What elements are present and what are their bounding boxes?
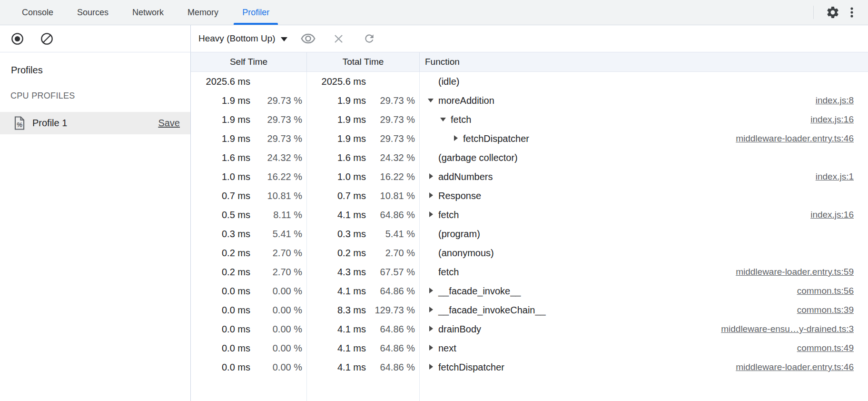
table-row[interactable]: 0.0 ms 0.00 % 4.1 ms 64.86 % fetchDispat… <box>191 358 868 377</box>
tab-network[interactable]: Network <box>120 0 176 25</box>
total-time-ms: 4.1 ms <box>307 286 366 297</box>
tree-expand-icon[interactable] <box>428 288 434 294</box>
function-name: __facade_invoke__ <box>438 286 521 297</box>
source-link[interactable]: middleware-loader.entry.ts:46 <box>736 133 868 144</box>
total-time-cell: 4.3 ms 67.57 % <box>307 262 420 281</box>
chevron-down-icon <box>281 37 287 41</box>
table-row[interactable]: 0.5 ms 8.11 % 4.1 ms 64.86 % fetch index… <box>191 205 868 224</box>
self-time-cell: 0.0 ms 0.00 % <box>191 320 307 339</box>
table-row[interactable]: 1.9 ms 29.73 % 1.9 ms 29.73 % fetch inde… <box>191 110 868 129</box>
function-name: (idle) <box>438 76 459 87</box>
view-mode-label: Heavy (Bottom Up) <box>198 33 276 44</box>
source-link[interactable]: common.ts:56 <box>797 286 868 296</box>
self-time-ms: 0.0 ms <box>191 343 250 354</box>
tree-expand-icon[interactable] <box>428 173 434 180</box>
column-header-total-time[interactable]: Total Time <box>307 52 420 71</box>
source-link[interactable]: middleware-loader.entry.ts:46 <box>736 362 868 372</box>
total-time-cell: 1.9 ms 29.73 % <box>307 91 420 110</box>
table-row[interactable]: 2025.6 ms 2025.6 ms (idle) <box>191 72 868 91</box>
self-time-cell: 1.9 ms 29.73 % <box>191 91 307 110</box>
source-link[interactable]: index.js:16 <box>810 114 868 125</box>
table-row[interactable]: 0.0 ms 0.00 % 4.1 ms 64.86 % drainBody m… <box>191 320 868 339</box>
total-time-cell: 0.3 ms 5.41 % <box>307 224 420 243</box>
total-time-ms: 4.3 ms <box>307 267 366 278</box>
table-row[interactable]: 1.9 ms 29.73 % 1.9 ms 29.73 % moreAdditi… <box>191 91 868 110</box>
source-link[interactable]: common.ts:49 <box>797 343 868 353</box>
delete-profile-button[interactable] <box>329 29 348 48</box>
source-link[interactable]: index.js:16 <box>810 210 868 220</box>
svg-text:%: % <box>17 121 23 129</box>
save-profile-link[interactable]: Save <box>158 118 180 129</box>
tree-expand-icon[interactable] <box>428 192 434 199</box>
table-row[interactable]: 0.2 ms 2.70 % 4.3 ms 67.57 % fetch middl… <box>191 262 868 281</box>
self-time-cell: 0.0 ms 0.00 % <box>191 301 307 320</box>
total-time-ms: 1.0 ms <box>307 171 366 182</box>
self-time-cell: 2025.6 ms <box>191 72 307 91</box>
live-view-button[interactable] <box>299 29 318 48</box>
function-cell: (program) <box>420 224 868 243</box>
self-time-ms: 1.9 ms <box>191 114 250 125</box>
tab-sources[interactable]: Sources <box>65 0 120 25</box>
function-name: fetch <box>451 114 471 125</box>
record-button[interactable] <box>8 29 27 48</box>
function-cell: fetchDispatcher middleware-loader.entry.… <box>420 358 868 377</box>
total-time-percent: 2.70 % <box>366 248 419 259</box>
self-time-percent: 0.00 % <box>250 286 306 297</box>
total-time-percent: 5.41 % <box>366 229 419 240</box>
source-link[interactable]: middleware-ensu…y-drained.ts:3 <box>721 324 868 334</box>
tree-expand-icon[interactable] <box>428 364 434 371</box>
self-time-percent: 29.73 % <box>250 114 306 125</box>
self-time-cell: 1.6 ms 24.32 % <box>191 148 307 167</box>
source-link[interactable]: common.ts:39 <box>797 305 868 315</box>
tree-expand-icon[interactable] <box>453 135 459 142</box>
table-row[interactable]: 1.0 ms 16.22 % 1.0 ms 16.22 % addNumbers… <box>191 167 868 186</box>
self-time-cell: 0.7 ms 10.81 % <box>191 186 307 205</box>
tab-profiler[interactable]: Profiler <box>230 0 281 25</box>
source-link[interactable]: index.js:1 <box>816 171 868 182</box>
more-options-button[interactable] <box>842 3 861 22</box>
total-time-percent: 64.86 % <box>366 343 419 354</box>
tree-expand-icon[interactable] <box>428 211 434 218</box>
table-row[interactable]: 0.7 ms 10.81 % 0.7 ms 10.81 % Response <box>191 186 868 205</box>
view-mode-select[interactable]: Heavy (Bottom Up) <box>198 33 287 44</box>
column-header-self-time[interactable]: Self Time <box>191 52 307 71</box>
tab-memory[interactable]: Memory <box>176 0 230 25</box>
table-row[interactable]: 0.2 ms 2.70 % 0.2 ms 2.70 % (anonymous) <box>191 243 868 262</box>
tree-expand-icon[interactable] <box>428 307 434 313</box>
self-time-cell: 0.5 ms 8.11 % <box>191 205 307 224</box>
tree-expand-icon[interactable] <box>428 326 434 332</box>
function-name: fetchDispatcher <box>438 362 504 373</box>
function-name: (program) <box>438 229 480 240</box>
profiler-body: Profiles CPU PROFILES % Profile 1 Save S… <box>0 52 868 401</box>
tree-expand-icon[interactable] <box>440 116 446 123</box>
self-time-percent: 24.32 % <box>250 152 306 163</box>
tree-expand-icon[interactable] <box>428 345 434 351</box>
total-time-percent: 64.86 % <box>366 286 419 297</box>
tree-expand-icon[interactable] <box>428 97 434 104</box>
table-row[interactable]: 0.3 ms 5.41 % 0.3 ms 5.41 % (program) <box>191 224 868 243</box>
function-cell: fetch index.js:16 <box>420 205 868 224</box>
function-cell: drainBody middleware-ensu…y-drained.ts:3 <box>420 320 868 339</box>
total-time-cell: 2025.6 ms <box>307 72 420 91</box>
column-header-function[interactable]: Function <box>420 52 868 71</box>
total-time-percent: 64.86 % <box>366 324 419 335</box>
table-row[interactable]: 1.9 ms 29.73 % 1.9 ms 29.73 % fetchDispa… <box>191 129 868 148</box>
total-time-cell: 8.3 ms 129.73 % <box>307 301 420 320</box>
tab-console[interactable]: Console <box>10 0 65 25</box>
source-link[interactable]: middleware-loader.entry.ts:59 <box>736 267 868 277</box>
table-row[interactable]: 0.0 ms 0.00 % 4.1 ms 64.86 % next common… <box>191 339 868 358</box>
filler-self-col <box>191 377 307 401</box>
table-row[interactable]: 0.0 ms 0.00 % 4.1 ms 64.86 % __facade_in… <box>191 281 868 301</box>
table-row[interactable]: 1.6 ms 24.32 % 1.6 ms 24.32 % (garbage c… <box>191 148 868 167</box>
table-row[interactable]: 0.0 ms 0.00 % 8.3 ms 129.73 % __facade_i… <box>191 301 868 320</box>
self-time-ms: 1.9 ms <box>191 95 250 106</box>
refresh-button[interactable] <box>360 29 379 48</box>
clear-button[interactable] <box>37 29 56 48</box>
settings-button[interactable] <box>823 3 842 22</box>
source-link[interactable]: index.js:8 <box>816 95 868 106</box>
total-time-ms: 4.1 ms <box>307 210 366 221</box>
total-time-cell: 0.2 ms 2.70 % <box>307 243 420 262</box>
sidebar-item-profile-1[interactable]: % Profile 1 Save <box>0 112 190 134</box>
function-name: moreAddition <box>438 95 494 106</box>
profiler-toolbar: Heavy (Bottom Up) <box>0 25 868 52</box>
